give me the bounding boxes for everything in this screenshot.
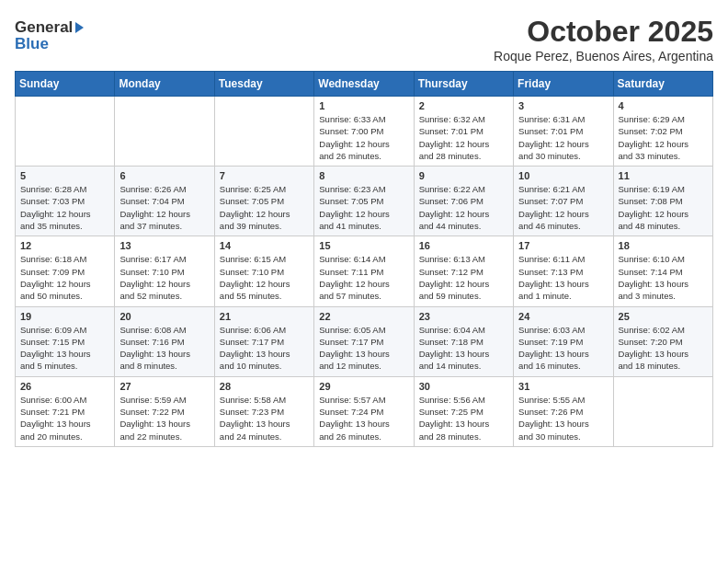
day-number: 27 [119, 381, 209, 392]
day-number: 21 [220, 311, 309, 322]
day-info: Sunrise: 6:28 AM Sunset: 7:03 PM Dayligh… [20, 183, 109, 232]
day-number: 24 [518, 311, 608, 322]
location-subtitle: Roque Perez, Buenos Aires, Argentina [494, 49, 713, 63]
day-number: 18 [619, 240, 708, 251]
day-info: Sunrise: 6:29 AM Sunset: 7:02 PM Dayligh… [619, 113, 708, 162]
week-row-4: 19Sunrise: 6:09 AM Sunset: 7:15 PM Dayli… [16, 306, 713, 376]
day-cell-27: 27Sunrise: 5:59 AM Sunset: 7:22 PM Dayli… [115, 376, 214, 446]
day-cell-4: 4Sunrise: 6:29 AM Sunset: 7:02 PM Daylig… [613, 97, 712, 167]
day-cell-30: 30Sunrise: 5:56 AM Sunset: 7:25 PM Dayli… [414, 376, 513, 446]
day-info: Sunrise: 5:55 AM Sunset: 7:26 PM Dayligh… [518, 394, 608, 442]
day-cell-13: 13Sunrise: 6:17 AM Sunset: 7:10 PM Dayli… [115, 236, 214, 306]
day-cell-10: 10Sunrise: 6:21 AM Sunset: 7:07 PM Dayli… [514, 167, 613, 236]
day-cell-5: 5Sunrise: 6:28 AM Sunset: 7:03 PM Daylig… [16, 167, 115, 236]
day-cell-17: 17Sunrise: 6:11 AM Sunset: 7:13 PM Dayli… [514, 236, 613, 306]
day-info: Sunrise: 6:14 AM Sunset: 7:11 PM Dayligh… [319, 253, 408, 302]
day-info: Sunrise: 6:19 AM Sunset: 7:08 PM Dayligh… [619, 183, 708, 232]
day-number: 22 [319, 311, 408, 322]
day-info: Sunrise: 5:56 AM Sunset: 7:25 PM Dayligh… [419, 394, 508, 442]
day-cell-14: 14Sunrise: 6:15 AM Sunset: 7:10 PM Dayli… [214, 236, 313, 306]
day-cell-15: 15Sunrise: 6:14 AM Sunset: 7:11 PM Dayli… [314, 236, 414, 306]
day-info: Sunrise: 6:08 AM Sunset: 7:16 PM Dayligh… [119, 324, 209, 373]
day-number: 8 [319, 170, 408, 181]
day-number: 23 [419, 311, 508, 322]
day-number: 17 [518, 240, 608, 251]
day-number: 28 [220, 381, 309, 392]
week-row-1: 1Sunrise: 6:33 AM Sunset: 7:00 PM Daylig… [16, 97, 713, 167]
day-info: Sunrise: 6:18 AM Sunset: 7:09 PM Dayligh… [20, 253, 109, 302]
day-info: Sunrise: 6:06 AM Sunset: 7:17 PM Dayligh… [220, 324, 309, 373]
day-info: Sunrise: 6:00 AM Sunset: 7:21 PM Dayligh… [20, 394, 109, 442]
day-number: 10 [518, 170, 608, 181]
day-number: 14 [220, 240, 309, 251]
day-number: 20 [119, 311, 209, 322]
day-number: 31 [518, 381, 608, 392]
day-cell-28: 28Sunrise: 5:58 AM Sunset: 7:23 PM Dayli… [214, 376, 313, 446]
day-cell-29: 29Sunrise: 5:57 AM Sunset: 7:24 PM Dayli… [314, 376, 414, 446]
day-info: Sunrise: 6:31 AM Sunset: 7:01 PM Dayligh… [518, 113, 608, 162]
week-row-5: 26Sunrise: 6:00 AM Sunset: 7:21 PM Dayli… [16, 376, 713, 446]
day-info: Sunrise: 6:04 AM Sunset: 7:18 PM Dayligh… [419, 324, 508, 373]
day-number: 29 [319, 381, 408, 392]
week-row-3: 12Sunrise: 6:18 AM Sunset: 7:09 PM Dayli… [16, 236, 713, 306]
day-cell-9: 9Sunrise: 6:22 AM Sunset: 7:06 PM Daylig… [414, 167, 513, 236]
day-cell-21: 21Sunrise: 6:06 AM Sunset: 7:17 PM Dayli… [214, 306, 313, 376]
day-number: 13 [119, 240, 209, 251]
day-number: 26 [20, 381, 109, 392]
logo-text: General [15, 18, 84, 37]
header-friday: Friday [514, 72, 613, 97]
day-number: 15 [319, 240, 408, 251]
day-info: Sunrise: 5:57 AM Sunset: 7:24 PM Dayligh… [319, 394, 408, 442]
month-title: October 2025 [494, 15, 713, 49]
day-cell-19: 19Sunrise: 6:09 AM Sunset: 7:15 PM Dayli… [16, 306, 115, 376]
header-saturday: Saturday [613, 72, 712, 97]
logo-general: General [15, 18, 73, 36]
header-thursday: Thursday [414, 72, 513, 97]
day-number: 3 [518, 100, 608, 111]
day-info: Sunrise: 6:02 AM Sunset: 7:20 PM Dayligh… [619, 324, 708, 373]
day-info: Sunrise: 6:15 AM Sunset: 7:10 PM Dayligh… [220, 253, 309, 302]
day-number: 5 [20, 170, 109, 181]
day-info: Sunrise: 6:22 AM Sunset: 7:06 PM Dayligh… [419, 183, 508, 232]
day-number: 16 [419, 240, 508, 251]
day-number: 2 [419, 100, 508, 111]
day-number: 1 [319, 100, 408, 111]
day-number: 7 [220, 170, 309, 181]
day-info: Sunrise: 6:17 AM Sunset: 7:10 PM Dayligh… [119, 253, 209, 302]
empty-cell [16, 97, 115, 167]
day-cell-1: 1Sunrise: 6:33 AM Sunset: 7:00 PM Daylig… [314, 97, 414, 167]
day-info: Sunrise: 6:23 AM Sunset: 7:05 PM Dayligh… [319, 183, 408, 232]
day-number: 9 [419, 170, 508, 181]
day-cell-25: 25Sunrise: 6:02 AM Sunset: 7:20 PM Dayli… [613, 306, 712, 376]
day-cell-18: 18Sunrise: 6:10 AM Sunset: 7:14 PM Dayli… [613, 236, 712, 306]
day-number: 30 [419, 381, 508, 392]
header-wednesday: Wednesday [314, 72, 414, 97]
day-number: 4 [619, 100, 708, 111]
logo-arrow-icon [75, 22, 84, 33]
day-info: Sunrise: 6:26 AM Sunset: 7:04 PM Dayligh… [119, 183, 209, 232]
header-sunday: Sunday [16, 72, 115, 97]
day-info: Sunrise: 6:05 AM Sunset: 7:17 PM Dayligh… [319, 324, 408, 373]
day-number: 11 [619, 170, 708, 181]
day-cell-16: 16Sunrise: 6:13 AM Sunset: 7:12 PM Dayli… [414, 236, 513, 306]
empty-cell [214, 97, 313, 167]
day-cell-2: 2Sunrise: 6:32 AM Sunset: 7:01 PM Daylig… [414, 97, 513, 167]
day-cell-23: 23Sunrise: 6:04 AM Sunset: 7:18 PM Dayli… [414, 306, 513, 376]
day-cell-24: 24Sunrise: 6:03 AM Sunset: 7:19 PM Dayli… [514, 306, 613, 376]
day-cell-11: 11Sunrise: 6:19 AM Sunset: 7:08 PM Dayli… [613, 167, 712, 236]
day-cell-31: 31Sunrise: 5:55 AM Sunset: 7:26 PM Dayli… [514, 376, 613, 446]
day-info: Sunrise: 5:59 AM Sunset: 7:22 PM Dayligh… [119, 394, 209, 442]
title-block: October 2025 Roque Perez, Buenos Aires, … [494, 15, 713, 63]
calendar-table: SundayMondayTuesdayWednesdayThursdayFrid… [15, 71, 713, 447]
day-info: Sunrise: 6:11 AM Sunset: 7:13 PM Dayligh… [518, 253, 608, 302]
day-number: 25 [619, 311, 708, 322]
day-number: 6 [119, 170, 209, 181]
day-info: Sunrise: 6:03 AM Sunset: 7:19 PM Dayligh… [518, 324, 608, 373]
day-cell-3: 3Sunrise: 6:31 AM Sunset: 7:01 PM Daylig… [514, 97, 613, 167]
day-cell-26: 26Sunrise: 6:00 AM Sunset: 7:21 PM Dayli… [16, 376, 115, 446]
calendar-header-row: SundayMondayTuesdayWednesdayThursdayFrid… [16, 72, 713, 97]
day-info: Sunrise: 6:21 AM Sunset: 7:07 PM Dayligh… [518, 183, 608, 232]
logo: General Blue [15, 18, 84, 53]
day-info: Sunrise: 5:58 AM Sunset: 7:23 PM Dayligh… [220, 394, 309, 442]
day-info: Sunrise: 6:32 AM Sunset: 7:01 PM Dayligh… [419, 113, 508, 162]
